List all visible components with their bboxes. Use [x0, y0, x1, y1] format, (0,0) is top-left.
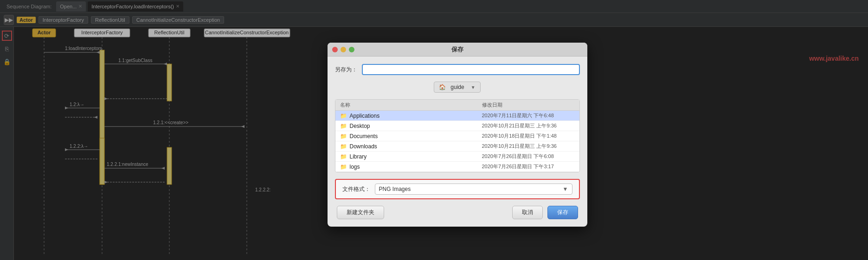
save-as-label: 另存为：: [335, 66, 357, 74]
maximize-window-btn[interactable]: [349, 47, 354, 52]
file-name-cell: 📁 logs: [340, 164, 482, 170]
file-list-body: 📁 Applications 2020年7月11日星期六 下午6:48 📁 De…: [335, 111, 579, 172]
file-row[interactable]: 📁 Applications 2020年7月11日星期六 下午6:48: [335, 111, 579, 121]
location-chevron-icon: ▼: [471, 85, 476, 90]
folder-icon: 📁: [340, 164, 347, 170]
right-buttons: 取消 保存: [512, 206, 578, 219]
file-name: Desktop: [350, 123, 370, 129]
minimize-window-btn[interactable]: [341, 47, 346, 52]
file-name: Applications: [350, 113, 380, 119]
location-dropdown[interactable]: 🏠 guide ▼: [434, 82, 480, 93]
traffic-lights: [332, 47, 354, 52]
file-date-cell: 2020年7月26日星期日 下午3:17: [482, 163, 575, 170]
file-date-cell: 2020年10月21日星期三 上午9:36: [482, 122, 575, 129]
file-name: Library: [350, 153, 367, 160]
save-dialog: 保存 另存为： 🏠 guide ▼ 名称 修改日期: [328, 43, 587, 227]
file-date-cell: 2020年10月18日星期日 下午1:48: [482, 133, 575, 140]
dialog-actions: 新建文件夹 取消 保存: [335, 206, 580, 219]
file-name-cell: 📁 Documents: [340, 133, 482, 140]
save-button[interactable]: 保存: [547, 206, 578, 219]
format-chevron-icon: ▼: [563, 186, 568, 192]
file-name: Downloads: [350, 143, 377, 150]
save-as-input[interactable]: [362, 64, 580, 75]
file-row[interactable]: 📁 Library 2020年7月26日星期日 下午6:08: [335, 152, 579, 162]
new-folder-button[interactable]: 新建文件夹: [337, 206, 384, 219]
format-dropdown[interactable]: PNG Images ▼: [375, 184, 572, 195]
save-as-row: 另存为：: [335, 64, 580, 75]
format-row: 文件格式： PNG Images ▼: [335, 179, 580, 199]
folder-icon: 📁: [340, 153, 347, 160]
dialog-title-bar: 保存: [328, 43, 587, 57]
col-date-header: 修改日期: [482, 101, 575, 108]
file-date-cell: 2020年10月21日星期三 上午9:36: [482, 143, 575, 150]
dialog-overlay: 保存 另存为： 🏠 guide ▼ 名称 修改日期: [0, 0, 868, 260]
location-row: 🏠 guide ▼: [335, 82, 580, 93]
file-list-container: 名称 修改日期 📁 Applications 2020年7月11日星期六 下午6…: [335, 99, 580, 172]
file-row[interactable]: 📁 logs 2020年7月26日星期日 下午3:17: [335, 162, 579, 172]
file-name-cell: 📁 Library: [340, 153, 482, 160]
file-date-cell: 2020年7月26日星期日 下午6:08: [482, 153, 575, 160]
folder-icon: 📁: [340, 123, 347, 129]
dialog-body: 另存为： 🏠 guide ▼ 名称 修改日期 📁 Ap: [328, 57, 587, 227]
file-row[interactable]: 📁 Desktop 2020年10月21日星期三 上午9:36: [335, 121, 579, 131]
folder-icon: 📁: [340, 133, 347, 140]
file-name: logs: [350, 164, 360, 170]
format-label: 文件格式：: [342, 185, 370, 193]
close-window-btn[interactable]: [332, 47, 338, 52]
file-row[interactable]: 📁 Documents 2020年10月18日星期日 下午1:48: [335, 131, 579, 141]
file-name-cell: 📁 Applications: [340, 113, 482, 119]
file-name-cell: 📁 Desktop: [340, 123, 482, 129]
file-row[interactable]: 📁 Downloads 2020年10月21日星期三 上午9:36: [335, 141, 579, 152]
file-name: Documents: [350, 133, 378, 140]
file-date-cell: 2020年7月11日星期六 下午6:48: [482, 112, 575, 119]
folder-icon: 📁: [340, 113, 347, 119]
file-list-header: 名称 修改日期: [335, 100, 579, 111]
location-label: guide: [450, 84, 464, 90]
dialog-title: 保存: [451, 45, 463, 54]
folder-icon: 📁: [340, 143, 347, 150]
file-name-cell: 📁 Downloads: [340, 143, 482, 150]
cancel-button[interactable]: 取消: [512, 206, 543, 219]
col-name-header: 名称: [340, 101, 482, 108]
format-value: PNG Images: [379, 186, 411, 192]
